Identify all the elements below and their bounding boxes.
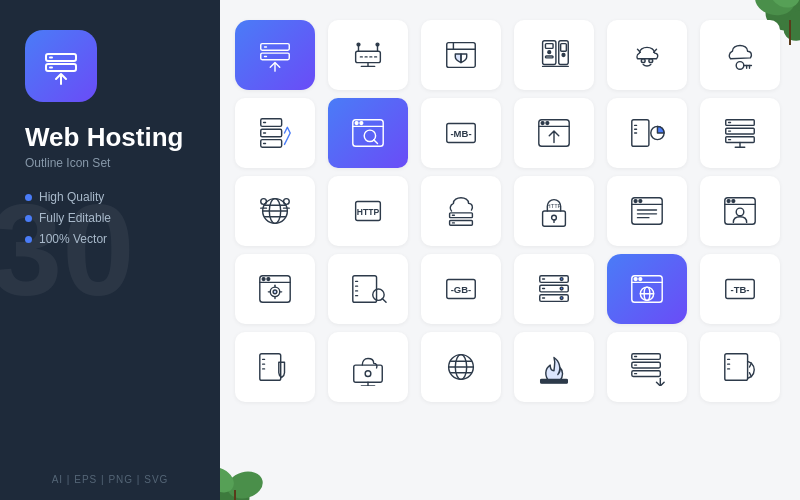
icon-mb-label: -MB- <box>421 98 501 168</box>
icon-server-upload <box>235 20 315 90</box>
svg-rect-120 <box>353 276 377 303</box>
icons-grid: -MB- HTTP HTTP <box>235 20 785 402</box>
svg-point-23 <box>376 43 379 46</box>
icon-browser-upload <box>514 98 594 168</box>
svg-point-84 <box>261 199 267 205</box>
svg-text:-MB-: -MB- <box>450 128 471 139</box>
svg-point-64 <box>546 122 549 125</box>
icon-cloud-server <box>421 176 501 246</box>
svg-point-154 <box>365 371 371 377</box>
svg-rect-160 <box>541 379 568 383</box>
title-block: Web Hosting Outline Icon Set <box>25 122 183 170</box>
svg-point-115 <box>273 290 277 294</box>
svg-point-136 <box>560 287 563 290</box>
features-list: High Quality Fully Editable 100% Vector <box>25 190 111 253</box>
icon-server-shield <box>235 332 315 402</box>
svg-rect-38 <box>561 44 567 52</box>
svg-point-42 <box>649 59 653 63</box>
formats-bar: AI | EPS | PNG | SVG <box>0 474 220 485</box>
svg-point-35 <box>548 51 551 54</box>
svg-point-43 <box>736 62 744 70</box>
left-panel: 30 Web Hosting Outline Icon Set High Qua… <box>0 0 220 500</box>
icon-server-down <box>607 332 687 402</box>
svg-point-109 <box>736 208 744 216</box>
svg-text:-GB-: -GB- <box>451 284 472 295</box>
svg-point-22 <box>357 43 360 46</box>
right-panel: -MB- HTTP HTTP <box>220 0 800 500</box>
svg-point-85 <box>284 199 290 205</box>
main-icon-badge <box>25 30 97 102</box>
svg-rect-147 <box>260 354 281 381</box>
icon-recycle-server <box>700 332 780 402</box>
svg-text:-TB-: -TB- <box>731 284 750 295</box>
svg-point-135 <box>560 278 563 281</box>
svg-rect-94 <box>543 211 566 226</box>
icon-computer-tower <box>514 20 594 90</box>
svg-point-56 <box>360 122 363 125</box>
feature-vector: 100% Vector <box>25 232 111 246</box>
svg-rect-36 <box>545 56 553 58</box>
page-title: Web Hosting <box>25 122 183 153</box>
svg-text:HTTP: HTTP <box>357 207 380 217</box>
icon-server-stack <box>514 254 594 324</box>
svg-rect-34 <box>545 44 553 49</box>
svg-point-41 <box>641 59 645 63</box>
icon-cloud-frog <box>607 20 687 90</box>
server-upload-icon <box>41 46 81 86</box>
icon-browser-search <box>328 98 408 168</box>
page-subtitle: Outline Icon Set <box>25 156 183 170</box>
icon-shield-browser <box>421 20 501 90</box>
icon-browser-person-search <box>700 176 780 246</box>
svg-point-107 <box>727 200 730 203</box>
icon-stacked-server <box>700 98 780 168</box>
plant-bottom-left <box>220 435 295 500</box>
icon-browser-list <box>607 176 687 246</box>
icon-globe-network <box>421 332 501 402</box>
icon-tb-label: -TB- <box>700 254 780 324</box>
svg-line-58 <box>374 140 378 144</box>
icon-users-globe <box>235 176 315 246</box>
icon-server-chart <box>235 98 315 168</box>
icon-lock-http: HTTP <box>514 176 594 246</box>
icon-fire-server <box>514 332 594 402</box>
icon-pie-chart-server <box>607 98 687 168</box>
svg-point-101 <box>639 200 642 203</box>
icon-server-search <box>328 254 408 324</box>
icon-http-box: HTTP <box>328 176 408 246</box>
icon-router <box>328 20 408 90</box>
svg-point-55 <box>355 122 358 125</box>
svg-rect-168 <box>725 354 748 381</box>
svg-point-112 <box>262 278 265 281</box>
svg-point-137 <box>560 297 563 300</box>
icon-server-gear <box>235 254 315 324</box>
icon-globe-browser <box>607 254 687 324</box>
svg-point-140 <box>634 278 637 281</box>
svg-point-100 <box>634 200 637 203</box>
svg-line-126 <box>382 299 386 303</box>
svg-point-108 <box>732 200 735 203</box>
icon-cloud-key <box>700 20 780 90</box>
icon-gb-label: -GB- <box>421 254 501 324</box>
svg-point-113 <box>267 278 270 281</box>
svg-rect-151 <box>354 365 383 382</box>
feature-quality: High Quality <box>25 190 111 204</box>
icon-monitor-cloud <box>328 332 408 402</box>
svg-point-39 <box>562 54 565 57</box>
svg-point-63 <box>541 122 544 125</box>
feature-editable: Fully Editable <box>25 211 111 225</box>
svg-point-141 <box>639 278 642 281</box>
svg-text:HTTP: HTTP <box>547 203 562 209</box>
